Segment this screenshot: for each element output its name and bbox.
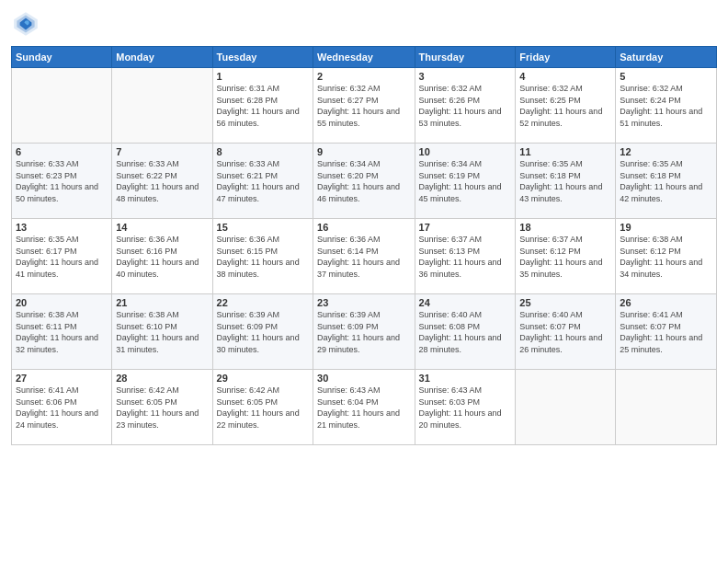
day-number: 29 bbox=[217, 373, 309, 384]
day-number: 11 bbox=[519, 146, 611, 157]
day-info: Sunrise: 6:33 AM Sunset: 6:23 PM Dayligh… bbox=[16, 158, 108, 204]
day-info: Sunrise: 6:31 AM Sunset: 6:28 PM Dayligh… bbox=[217, 83, 309, 129]
day-info: Sunrise: 6:35 AM Sunset: 6:18 PM Dayligh… bbox=[519, 158, 611, 204]
calendar-cell: 30Sunrise: 6:43 AM Sunset: 6:04 PM Dayli… bbox=[313, 370, 415, 445]
day-info: Sunrise: 6:34 AM Sunset: 6:19 PM Dayligh… bbox=[419, 158, 512, 204]
day-number: 20 bbox=[16, 297, 108, 308]
day-number: 24 bbox=[419, 297, 512, 308]
day-number: 21 bbox=[116, 297, 208, 308]
calendar-cell: 7Sunrise: 6:33 AM Sunset: 6:22 PM Daylig… bbox=[112, 144, 212, 219]
day-number: 15 bbox=[217, 222, 309, 233]
day-info: Sunrise: 6:32 AM Sunset: 6:24 PM Dayligh… bbox=[620, 83, 712, 129]
calendar-cell: 8Sunrise: 6:33 AM Sunset: 6:21 PM Daylig… bbox=[212, 144, 313, 219]
calendar-cell: 22Sunrise: 6:39 AM Sunset: 6:09 PM Dayli… bbox=[212, 294, 313, 370]
calendar-cell: 10Sunrise: 6:34 AM Sunset: 6:19 PM Dayli… bbox=[415, 144, 516, 219]
day-info: Sunrise: 6:40 AM Sunset: 6:07 PM Dayligh… bbox=[519, 309, 611, 355]
week-row-4: 20Sunrise: 6:38 AM Sunset: 6:11 PM Dayli… bbox=[12, 294, 717, 370]
calendar-cell: 20Sunrise: 6:38 AM Sunset: 6:11 PM Dayli… bbox=[12, 294, 112, 370]
day-info: Sunrise: 6:35 AM Sunset: 6:18 PM Dayligh… bbox=[620, 158, 712, 204]
day-info: Sunrise: 6:34 AM Sunset: 6:20 PM Dayligh… bbox=[317, 158, 410, 204]
day-number: 28 bbox=[116, 373, 208, 384]
calendar-cell: 9Sunrise: 6:34 AM Sunset: 6:20 PM Daylig… bbox=[313, 144, 415, 219]
day-number: 16 bbox=[317, 222, 410, 233]
calendar-cell: 6Sunrise: 6:33 AM Sunset: 6:23 PM Daylig… bbox=[12, 144, 112, 219]
header bbox=[11, 9, 717, 39]
logo bbox=[11, 9, 44, 39]
week-row-1: 1Sunrise: 6:31 AM Sunset: 6:28 PM Daylig… bbox=[12, 68, 717, 144]
calendar-cell bbox=[112, 68, 212, 144]
day-number: 8 bbox=[217, 146, 309, 157]
day-number: 1 bbox=[217, 71, 309, 82]
calendar-cell: 23Sunrise: 6:39 AM Sunset: 6:09 PM Dayli… bbox=[313, 294, 415, 370]
day-number: 27 bbox=[16, 373, 108, 384]
logo-icon bbox=[11, 9, 40, 39]
day-info: Sunrise: 6:38 AM Sunset: 6:12 PM Dayligh… bbox=[620, 234, 712, 280]
page: SundayMondayTuesdayWednesdayThursdayFrid… bbox=[0, 0, 728, 563]
day-number: 30 bbox=[317, 373, 410, 384]
weekday-header-thursday: Thursday bbox=[415, 47, 516, 68]
weekday-row: SundayMondayTuesdayWednesdayThursdayFrid… bbox=[12, 47, 717, 68]
calendar-cell: 31Sunrise: 6:43 AM Sunset: 6:03 PM Dayli… bbox=[415, 370, 516, 445]
calendar-cell: 5Sunrise: 6:32 AM Sunset: 6:24 PM Daylig… bbox=[616, 68, 717, 144]
calendar-cell bbox=[12, 68, 112, 144]
calendar-cell bbox=[616, 370, 717, 445]
day-info: Sunrise: 6:33 AM Sunset: 6:21 PM Dayligh… bbox=[217, 158, 309, 204]
weekday-header-monday: Monday bbox=[112, 47, 212, 68]
calendar-cell: 11Sunrise: 6:35 AM Sunset: 6:18 PM Dayli… bbox=[516, 144, 616, 219]
day-info: Sunrise: 6:32 AM Sunset: 6:26 PM Dayligh… bbox=[419, 83, 512, 129]
day-number: 9 bbox=[317, 146, 410, 157]
day-info: Sunrise: 6:43 AM Sunset: 6:03 PM Dayligh… bbox=[419, 385, 512, 431]
calendar-cell: 24Sunrise: 6:40 AM Sunset: 6:08 PM Dayli… bbox=[415, 294, 516, 370]
day-info: Sunrise: 6:37 AM Sunset: 6:12 PM Dayligh… bbox=[519, 234, 611, 280]
calendar-cell: 1Sunrise: 6:31 AM Sunset: 6:28 PM Daylig… bbox=[212, 68, 313, 144]
day-info: Sunrise: 6:37 AM Sunset: 6:13 PM Dayligh… bbox=[419, 234, 512, 280]
calendar-cell: 2Sunrise: 6:32 AM Sunset: 6:27 PM Daylig… bbox=[313, 68, 415, 144]
day-info: Sunrise: 6:38 AM Sunset: 6:10 PM Dayligh… bbox=[116, 309, 208, 355]
calendar-cell: 4Sunrise: 6:32 AM Sunset: 6:25 PM Daylig… bbox=[516, 68, 616, 144]
weekday-header-sunday: Sunday bbox=[12, 47, 112, 68]
weekday-header-tuesday: Tuesday bbox=[212, 47, 313, 68]
calendar-cell: 15Sunrise: 6:36 AM Sunset: 6:15 PM Dayli… bbox=[212, 219, 313, 294]
day-number: 3 bbox=[419, 71, 512, 82]
day-info: Sunrise: 6:42 AM Sunset: 6:05 PM Dayligh… bbox=[217, 385, 309, 431]
day-number: 7 bbox=[116, 146, 208, 157]
day-number: 10 bbox=[419, 146, 512, 157]
day-number: 4 bbox=[519, 71, 611, 82]
day-number: 5 bbox=[620, 71, 712, 82]
calendar-cell: 28Sunrise: 6:42 AM Sunset: 6:05 PM Dayli… bbox=[112, 370, 212, 445]
calendar-cell: 27Sunrise: 6:41 AM Sunset: 6:06 PM Dayli… bbox=[12, 370, 112, 445]
day-info: Sunrise: 6:41 AM Sunset: 6:07 PM Dayligh… bbox=[620, 309, 712, 355]
day-number: 31 bbox=[419, 373, 512, 384]
day-info: Sunrise: 6:39 AM Sunset: 6:09 PM Dayligh… bbox=[317, 309, 410, 355]
week-row-3: 13Sunrise: 6:35 AM Sunset: 6:17 PM Dayli… bbox=[12, 219, 717, 294]
day-number: 14 bbox=[116, 222, 208, 233]
day-number: 26 bbox=[620, 297, 712, 308]
day-info: Sunrise: 6:32 AM Sunset: 6:25 PM Dayligh… bbox=[519, 83, 611, 129]
weekday-header-saturday: Saturday bbox=[616, 47, 717, 68]
calendar-cell: 18Sunrise: 6:37 AM Sunset: 6:12 PM Dayli… bbox=[516, 219, 616, 294]
calendar-cell: 12Sunrise: 6:35 AM Sunset: 6:18 PM Dayli… bbox=[616, 144, 717, 219]
calendar-cell: 25Sunrise: 6:40 AM Sunset: 6:07 PM Dayli… bbox=[516, 294, 616, 370]
day-info: Sunrise: 6:36 AM Sunset: 6:15 PM Dayligh… bbox=[217, 234, 309, 280]
calendar-body: 1Sunrise: 6:31 AM Sunset: 6:28 PM Daylig… bbox=[12, 68, 717, 445]
calendar-cell: 16Sunrise: 6:36 AM Sunset: 6:14 PM Dayli… bbox=[313, 219, 415, 294]
day-number: 18 bbox=[519, 222, 611, 233]
calendar-cell: 26Sunrise: 6:41 AM Sunset: 6:07 PM Dayli… bbox=[616, 294, 717, 370]
day-number: 12 bbox=[620, 146, 712, 157]
day-info: Sunrise: 6:43 AM Sunset: 6:04 PM Dayligh… bbox=[317, 385, 410, 431]
day-number: 13 bbox=[16, 222, 108, 233]
day-info: Sunrise: 6:40 AM Sunset: 6:08 PM Dayligh… bbox=[419, 309, 512, 355]
day-info: Sunrise: 6:41 AM Sunset: 6:06 PM Dayligh… bbox=[16, 385, 108, 431]
week-row-5: 27Sunrise: 6:41 AM Sunset: 6:06 PM Dayli… bbox=[12, 370, 717, 445]
calendar-cell: 29Sunrise: 6:42 AM Sunset: 6:05 PM Dayli… bbox=[212, 370, 313, 445]
day-number: 19 bbox=[620, 222, 712, 233]
day-info: Sunrise: 6:39 AM Sunset: 6:09 PM Dayligh… bbox=[217, 309, 309, 355]
day-info: Sunrise: 6:36 AM Sunset: 6:14 PM Dayligh… bbox=[317, 234, 410, 280]
day-number: 25 bbox=[519, 297, 611, 308]
day-number: 2 bbox=[317, 71, 410, 82]
calendar-cell: 21Sunrise: 6:38 AM Sunset: 6:10 PM Dayli… bbox=[112, 294, 212, 370]
calendar: SundayMondayTuesdayWednesdayThursdayFrid… bbox=[11, 46, 717, 445]
calendar-header: SundayMondayTuesdayWednesdayThursdayFrid… bbox=[12, 47, 717, 68]
week-row-2: 6Sunrise: 6:33 AM Sunset: 6:23 PM Daylig… bbox=[12, 144, 717, 219]
day-info: Sunrise: 6:33 AM Sunset: 6:22 PM Dayligh… bbox=[116, 158, 208, 204]
